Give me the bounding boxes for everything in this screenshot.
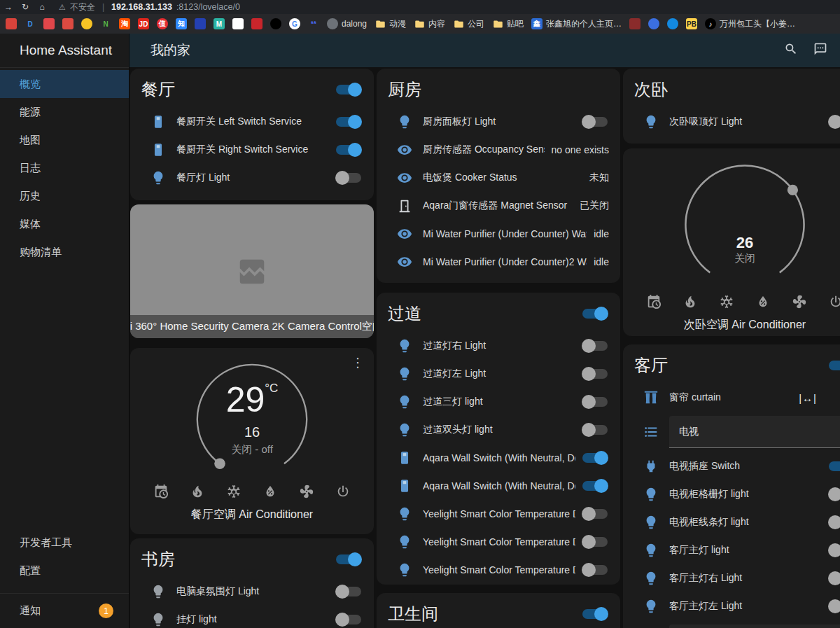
- entity-toggle[interactable]: [336, 615, 361, 624]
- sidebar-item-地图[interactable]: 地图: [0, 126, 129, 154]
- entity-row[interactable]: 电视插座 Switch: [634, 452, 840, 480]
- snowflake-icon[interactable]: [226, 484, 241, 502]
- fan-icon[interactable]: [792, 294, 807, 312]
- bookmark[interactable]: JD: [138, 18, 149, 29]
- bookmark[interactable]: 内容: [414, 18, 445, 30]
- entity-toggle[interactable]: [582, 425, 608, 435]
- entity-row[interactable]: Yeelight Smart Color Temperature Downli…: [388, 500, 609, 528]
- fan-icon[interactable]: [299, 484, 314, 502]
- entity-row[interactable]: Mi Water Purifier (Under Counter) Water …: [388, 220, 609, 248]
- sidebar-item-媒体[interactable]: 媒体: [0, 210, 129, 238]
- sidebar-item-notifications[interactable]: 通知 1: [0, 594, 129, 628]
- entity-toggle[interactable]: [336, 173, 361, 183]
- sidebar-item-日志[interactable]: 日志: [0, 154, 129, 182]
- entity-row[interactable]: 过道双头灯 light: [388, 416, 609, 444]
- entity-row[interactable]: 客厅主灯左 Light: [634, 592, 840, 620]
- bookmark[interactable]: 动漫: [374, 18, 406, 30]
- sidebar-item-概览[interactable]: 概览: [0, 70, 129, 98]
- home-icon[interactable]: ⌂: [34, 2, 50, 12]
- card-camera[interactable]: Mi 360° Home Security Camera 2K Camera C…: [130, 204, 374, 338]
- thermostat-dial[interactable]: 29°C 16 关闭 - off: [187, 359, 317, 480]
- bookmark[interactable]: 知: [176, 18, 187, 29]
- calendar-sync-icon[interactable]: [153, 484, 169, 502]
- thermostat-dial[interactable]: 26 关闭: [675, 160, 815, 290]
- entity-row[interactable]: Aqara门窗传感器 Magnet Sensor已关闭: [388, 192, 609, 220]
- bookmark[interactable]: [43, 18, 55, 29]
- sidebar-item-购物清单[interactable]: 购物清单: [0, 238, 129, 266]
- entity-row[interactable]: 厨房传感器 Occupancy Sensor Statusno one exis…: [388, 136, 609, 164]
- entity-row[interactable]: 客厅主灯右 Light: [634, 564, 840, 592]
- bookmark[interactable]: [62, 18, 74, 29]
- entity-row[interactable]: Aqara Wall Switch (With Neutral, Double …: [388, 444, 609, 472]
- bookmark[interactable]: [648, 18, 659, 29]
- entity-row[interactable]: 过道灯左 Light: [388, 360, 609, 388]
- entity-toggle[interactable]: [582, 341, 608, 351]
- group-toggle-hallway[interactable]: [582, 309, 608, 319]
- bookmark[interactable]: [251, 18, 262, 29]
- power-icon[interactable]: [828, 294, 840, 312]
- entity-row[interactable]: Yeelight Smart Color Temperature Downli…: [388, 528, 609, 556]
- curtain-open-button[interactable]: |↔|: [799, 392, 817, 404]
- bookmark[interactable]: dalong: [327, 18, 367, 29]
- assistant-chat-icon[interactable]: [813, 42, 827, 59]
- entity-row[interactable]: 次卧吸顶灯 Light: [634, 108, 840, 136]
- entity-row[interactable]: 厨房面板灯 Light: [388, 108, 609, 136]
- entity-row[interactable]: 客厅主灯 light: [634, 536, 840, 564]
- fire-icon[interactable]: [682, 294, 698, 312]
- address-bar[interactable]: ⚠ 不安全 | 192.168.31.133 :8123/lovelace/0: [59, 1, 240, 13]
- entity-toggle[interactable]: [829, 573, 840, 583]
- entity-row[interactable]: 餐厅灯 Light: [141, 164, 363, 192]
- entity-row[interactable]: Yeelight Smart Color Temperature Downli…: [388, 556, 609, 584]
- entity-row[interactable]: 餐厨开关 Right Switch Service: [141, 136, 363, 164]
- bookmark[interactable]: [195, 18, 206, 29]
- entity-toggle[interactable]: [829, 117, 840, 127]
- entity-row[interactable]: 过道三灯 light: [388, 388, 609, 416]
- entity-toggle[interactable]: [582, 537, 608, 547]
- bookmark[interactable]: N: [100, 18, 111, 29]
- search-icon[interactable]: [784, 42, 798, 59]
- entity-row[interactable]: 电视柜线条灯 light: [634, 508, 840, 536]
- select-input[interactable]: 电视▾: [669, 416, 840, 448]
- entity-toggle[interactable]: [582, 481, 608, 491]
- entity-row[interactable]: Aqara Wall Switch (With Neutral, Double …: [388, 472, 609, 500]
- entity-toggle[interactable]: [582, 397, 608, 407]
- entity-toggle[interactable]: [336, 587, 361, 596]
- entity-row[interactable]: 电脑桌氛围灯 Light: [141, 578, 363, 606]
- sidebar-item-配置[interactable]: 配置: [0, 557, 129, 585]
- entity-toggle[interactable]: [829, 517, 840, 527]
- group-toggle-living[interactable]: [829, 361, 840, 370]
- entity-toggle[interactable]: [582, 565, 608, 575]
- bookmark[interactable]: [667, 18, 678, 29]
- bookmark[interactable]: 淘: [119, 18, 130, 29]
- entity-toggle[interactable]: [582, 117, 608, 127]
- forward-icon[interactable]: →: [0, 2, 17, 12]
- sidebar-item-历史[interactable]: 历史: [0, 182, 129, 210]
- entity-row[interactable]: 电视柜格栅灯 light: [634, 480, 840, 508]
- entity-toggle[interactable]: [829, 601, 840, 611]
- more-menu-icon[interactable]: ⋮: [351, 355, 364, 370]
- bookmark[interactable]: PB: [686, 18, 697, 29]
- bookmark[interactable]: 贴吧: [492, 18, 524, 30]
- entity-row[interactable]: 挂灯 light: [141, 606, 363, 628]
- select-input[interactable]: [669, 624, 840, 628]
- bookmark[interactable]: **: [308, 18, 319, 29]
- group-toggle-dining[interactable]: [336, 85, 361, 95]
- bookmark[interactable]: G: [289, 18, 300, 29]
- entity-row[interactable]: 窗帘 curtain|↔|: [634, 384, 840, 412]
- bookmark[interactable]: [270, 18, 281, 29]
- bookmark[interactable]: 鑫张鑫旭的个人主页…: [531, 18, 622, 30]
- entity-toggle[interactable]: [829, 489, 840, 499]
- entity-toggle[interactable]: [582, 453, 608, 463]
- group-toggle-bathroom[interactable]: [582, 609, 608, 619]
- entity-row[interactable]: 过道灯右 Light: [388, 332, 609, 360]
- reload-icon[interactable]: ↻: [17, 2, 34, 12]
- entity-toggle[interactable]: [336, 117, 361, 127]
- bookmark[interactable]: ♪万州包工头【小姜…: [705, 18, 795, 30]
- bookmark[interactable]: M: [214, 18, 225, 29]
- entity-row[interactable]: 电饭煲 Cooker Status未知: [388, 164, 609, 192]
- group-toggle-study[interactable]: [336, 554, 361, 564]
- calendar-sync-icon[interactable]: [646, 294, 662, 312]
- bookmark[interactable]: [6, 18, 17, 29]
- bookmark[interactable]: [232, 18, 244, 29]
- entity-toggle[interactable]: [582, 509, 608, 519]
